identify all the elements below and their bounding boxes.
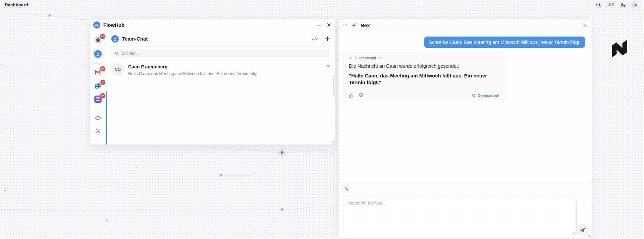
- sidebar-item-team-chat-active[interactable]: [93, 49, 103, 59]
- flowhub-sidebar: 9+ 9+ 3 9+: [90, 31, 106, 144]
- assistant-message-line1: Die Nachricht an Caan wurde erfolgreich …: [349, 63, 499, 69]
- window-resize-handle[interactable]: [331, 140, 334, 143]
- search-icon: [472, 94, 476, 98]
- nex-header: Nex: [339, 19, 592, 32]
- apps-badge: 9+: [100, 34, 105, 39]
- sidebar-item-gmail[interactable]: 9+: [93, 68, 103, 76]
- flowhub-titlebar[interactable]: @ FlowHub: [90, 19, 335, 31]
- chat-scrollbar-thumb[interactable]: [333, 75, 334, 96]
- settings-gear-icon[interactable]: [93, 127, 103, 135]
- chat-header-actions: [312, 36, 330, 41]
- composer-options-sliders-icon[interactable]: [342, 185, 350, 193]
- assistant-card-footer: Deepsearch: [349, 90, 499, 99]
- chat-search-row: [106, 47, 335, 60]
- assistant-response-card: 1 Denkschritt Die Nachricht an Caan wurd…: [343, 52, 505, 102]
- nex-logo: [609, 38, 630, 60]
- feedback-buttons: [349, 93, 363, 98]
- new-chat-plus-icon[interactable]: [325, 36, 330, 41]
- sidebar-item-apps[interactable]: 9+: [93, 36, 103, 44]
- flowhub-window-title: FlowHub: [103, 22, 124, 28]
- sparkle-icon: [351, 22, 357, 28]
- flowhub-window: @ FlowHub 9+ 9+: [90, 18, 336, 145]
- team-chat-panel: Team-Chat CG Ca: [106, 31, 335, 144]
- chevron-down-icon: [378, 57, 381, 59]
- team-chat-header: Team-Chat: [106, 31, 335, 47]
- thumbs-up-icon[interactable]: [349, 93, 354, 98]
- nex-message-input[interactable]: [343, 197, 577, 236]
- conversation-list-item[interactable]: CG Caan Grueneberg Hallo Caan, das Meeti…: [106, 60, 335, 79]
- search-icon[interactable]: [596, 2, 601, 8]
- panel-resize-handle[interactable]: [587, 234, 591, 237]
- chat-panel-title: Team-Chat: [122, 36, 148, 42]
- window-controls: [317, 23, 331, 27]
- paper-plane-icon: [580, 227, 585, 233]
- sidebar-divider: [94, 109, 102, 109]
- page-title: Dashboard: [5, 2, 28, 7]
- keyboard-shortcut-badge: ⌘K: [606, 2, 616, 8]
- thinking-steps-label: 1 Denkschritt: [355, 56, 376, 60]
- close-icon[interactable]: [583, 23, 587, 27]
- conversation-texts: Caan Grueneberg Hallo Caan, das Meeting …: [128, 63, 259, 76]
- sidebar-item-outlook[interactable]: 3: [93, 82, 103, 90]
- thinking-steps-toggle[interactable]: 1 Denkschritt: [349, 56, 499, 60]
- user-avatar[interactable]: CK: [631, 1, 639, 9]
- assistant-message-quote: "Hallo Caan, das Meeting am Mittwoch fäl…: [349, 72, 499, 85]
- send-button[interactable]: [577, 224, 588, 236]
- chat-accent-divider: [106, 92, 107, 145]
- mark-all-read-double-check-icon[interactable]: [312, 37, 318, 41]
- team-chat-avatar-icon: [111, 35, 119, 43]
- textarea-resize-handle[interactable]: [572, 231, 575, 235]
- minimize-icon[interactable]: [317, 23, 321, 27]
- flowhub-body: 9+ 9+ 3 9+: [90, 31, 335, 144]
- conversation-avatar: CG: [111, 63, 124, 76]
- conversation-name: Caan Grueneberg: [128, 64, 259, 69]
- composer-toolbar: [339, 183, 592, 195]
- conversation-timestamp: 1m: [325, 64, 330, 68]
- user-message-bubble: Schreibe Caan: Das Meeting am Mittwoch f…: [424, 37, 585, 48]
- topbar: Dashboard ⌘K CK: [0, 0, 644, 10]
- drag-handle-icon[interactable]: [343, 24, 347, 27]
- sidebar-item-mail[interactable]: 9+: [93, 95, 103, 103]
- sidebar-item-assistant-bot[interactable]: [93, 114, 103, 122]
- nex-panel-title: Nex: [361, 22, 370, 28]
- topbar-actions: ⌘K CK: [596, 1, 639, 9]
- person-icon: [94, 50, 102, 58]
- deepsearch-button[interactable]: Deepsearch: [472, 94, 499, 98]
- flowhub-app-icon: @: [93, 21, 100, 28]
- close-icon[interactable]: [327, 23, 331, 27]
- chat-search-input[interactable]: [121, 51, 327, 56]
- gmail-badge: 9+: [100, 66, 105, 71]
- thumbs-down-icon[interactable]: [358, 93, 363, 98]
- deepsearch-label: Deepsearch: [478, 94, 499, 98]
- nex-panel: Nex Schreibe Caan: Das Meeting am Mittwo…: [338, 18, 592, 238]
- outlook-badge: 3: [100, 80, 105, 85]
- mail-badge: 9+: [100, 93, 105, 98]
- chat-search-box[interactable]: [111, 49, 330, 58]
- dark-mode-moon-icon[interactable]: [621, 2, 626, 8]
- sidebar-divider: [94, 63, 102, 64]
- sparkle-icon: [349, 56, 353, 60]
- search-icon: [115, 51, 119, 56]
- conversation-preview: Hallo Caan, das Meeting am Mittwoch fäll…: [128, 71, 259, 76]
